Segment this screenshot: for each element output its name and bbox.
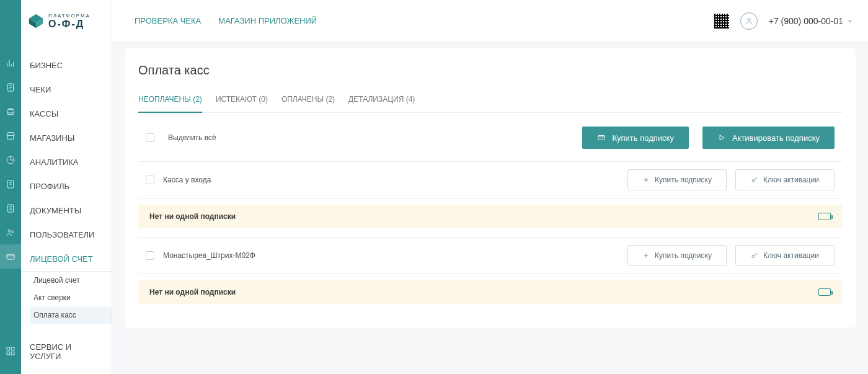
nav-receipts[interactable]: ЧЕКИ: [21, 78, 112, 102]
card-icon: [597, 133, 606, 142]
phone-number: +7 (900) 000-00-01: [769, 16, 843, 26]
nav-analytics[interactable]: АНАЛИТИКА: [21, 150, 112, 174]
avatar[interactable]: [740, 12, 758, 30]
chevron-down-icon: [847, 18, 853, 24]
key-icon: [751, 252, 758, 259]
row-key-button[interactable]: Ключ активации: [735, 169, 835, 190]
rail-account-icon[interactable]: [0, 244, 21, 269]
tab-expiring[interactable]: ИСТЕКАЮТ (0): [216, 95, 268, 112]
row-key-button[interactable]: Ключ активации: [735, 245, 835, 266]
logo-text-top: ПЛАТФОРМА: [48, 13, 91, 19]
svg-rect-11: [11, 352, 14, 355]
sidebar: ПЛАТФОРМА О-Ф-Д БИЗНЕС ЧЕКИ КАССЫ МАГАЗИ…: [21, 0, 112, 374]
svg-rect-8: [7, 347, 10, 350]
register-name: Касса у входа: [163, 176, 211, 184]
header: ПРОВЕРКА ЧЕКА МАГАЗИН ПРИЛОЖЕНИЙ +7 (900…: [112, 0, 868, 42]
svg-rect-4: [7, 205, 13, 212]
rail-business-icon[interactable]: [0, 51, 21, 75]
no-subscription-warning: Нет ни одной подписки: [138, 205, 842, 228]
row-checkbox[interactable]: [146, 251, 154, 260]
rail-users-icon[interactable]: [0, 220, 21, 244]
plus-icon: [642, 252, 650, 259]
rail-receipts-icon[interactable]: [0, 75, 21, 99]
nav-users[interactable]: ПОЛЬЗОВАТЕЛИ: [21, 223, 112, 247]
svg-point-17: [752, 180, 755, 182]
register-row: Касса у входа Купить подписку Ключ актив…: [138, 161, 842, 198]
logo[interactable]: ПЛАТФОРМА О-Ф-Д: [21, 0, 112, 42]
subnav-act[interactable]: Акт сверки: [30, 289, 112, 306]
tabs: НЕОПЛАЧЕНЫ (2) ИСТЕКАЮТ (0) ОПЛАЧЕНЫ (2)…: [138, 95, 842, 113]
nav-business[interactable]: БИЗНЕС: [21, 53, 112, 78]
activate-subscription-button[interactable]: Активировать подписку: [702, 127, 835, 149]
svg-rect-9: [11, 347, 14, 350]
no-subscription-warning: Нет ни одной подписки: [138, 280, 842, 304]
rail-services-icon[interactable]: [0, 339, 21, 363]
key-icon: [751, 176, 758, 184]
subnav-account-balance[interactable]: Лицевой счет: [30, 272, 112, 289]
battery-icon: [818, 213, 831, 220]
register-row: Монастырев_Штрих-М02Ф Купить подписку Кл…: [138, 237, 842, 274]
header-link-appstore[interactable]: МАГАЗИН ПРИЛОЖЕНИЙ: [218, 16, 317, 25]
nav-profile[interactable]: ПРОФИЛЬ: [21, 174, 112, 198]
battery-icon: [818, 288, 831, 296]
nav-account[interactable]: ЛИЦЕВОЙ СЧЕТ: [21, 247, 112, 272]
icon-rail: [0, 0, 21, 374]
play-icon: [717, 133, 726, 142]
rail-registers-icon[interactable]: [0, 99, 21, 123]
svg-point-6: [12, 231, 14, 233]
svg-rect-1: [7, 109, 14, 114]
qr-icon[interactable]: [714, 14, 729, 29]
svg-rect-7: [7, 254, 14, 259]
tab-details[interactable]: ДЕТАЛИЗАЦИЯ (4): [348, 95, 415, 112]
warning-text: Нет ни одной подписки: [149, 288, 236, 296]
rail-stores-icon[interactable]: [0, 123, 21, 148]
svg-rect-10: [7, 352, 10, 355]
rail-documents-icon[interactable]: [0, 196, 21, 220]
select-all-checkbox[interactable]: [146, 133, 154, 142]
register-name: Монастырев_Штрих-М02Ф: [163, 251, 255, 260]
logo-text-bottom: О-Ф-Д: [48, 19, 91, 30]
nav-stores[interactable]: МАГАЗИНЫ: [21, 126, 112, 150]
tab-unpaid[interactable]: НЕОПЛАЧЕНЫ (2): [138, 95, 202, 112]
rail-analytics-icon[interactable]: [0, 148, 21, 172]
nav-services[interactable]: СЕРВИС И УСЛУГИ: [21, 335, 112, 368]
buy-subscription-button[interactable]: Купить подписку: [582, 127, 688, 149]
select-all-label: Выделить всё: [168, 133, 216, 142]
svg-point-15: [747, 18, 750, 21]
svg-point-5: [8, 229, 11, 232]
rail-profile-icon[interactable]: [0, 172, 21, 196]
row-buy-button[interactable]: Купить подписку: [627, 245, 727, 266]
warning-text: Нет ни одной подписки: [149, 212, 236, 221]
tab-paid[interactable]: ОПЛАЧЕНЫ (2): [281, 95, 335, 112]
plus-icon: [642, 176, 650, 184]
subnav-payment[interactable]: Оплата касс: [30, 306, 112, 324]
row-buy-button[interactable]: Купить подписку: [627, 169, 727, 190]
svg-rect-16: [598, 136, 605, 140]
svg-point-18: [752, 256, 755, 258]
nav-documents[interactable]: ДОКУМЕНТЫ: [21, 198, 112, 223]
header-link-check[interactable]: ПРОВЕРКА ЧЕКА: [135, 16, 201, 25]
page-title: Оплата касс: [138, 63, 842, 78]
row-checkbox[interactable]: [146, 176, 154, 184]
nav-registers[interactable]: КАССЫ: [21, 102, 112, 126]
phone-dropdown[interactable]: +7 (900) 000-00-01: [769, 16, 853, 26]
content-card: Оплата касс НЕОПЛАЧЕНЫ (2) ИСТЕКАЮТ (0) …: [125, 48, 856, 327]
